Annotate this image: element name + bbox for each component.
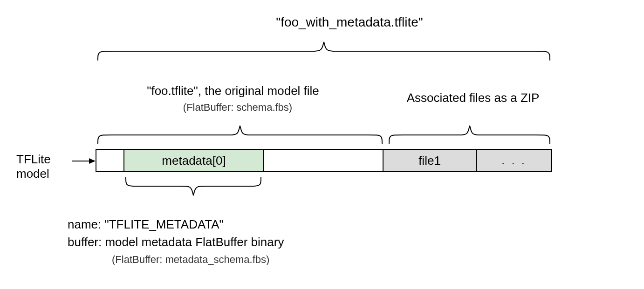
brace-section2 <box>387 121 552 148</box>
metadata-sub-line: (FlatBuffer: metadata_schema.fbs) <box>112 254 269 266</box>
top-title: "foo_with_metadata.tflite" <box>256 15 443 30</box>
section1-title: "foo.tflite", the original model file <box>126 84 340 98</box>
metadata-buffer-line: buffer: model metadata FlatBuffer binary <box>68 235 284 249</box>
brace-section1 <box>96 121 384 148</box>
cell-ellipsis: . . . <box>477 150 551 171</box>
tflite-model-label-line2: model <box>16 167 49 181</box>
metadata-name-line: name: "TFLITE_METADATA" <box>68 217 224 232</box>
svg-marker-1 <box>89 158 96 164</box>
section1-subtitle: (FlatBuffer: schema.fbs) <box>177 101 298 114</box>
tflite-model-label-line1: TFLite <box>16 152 51 166</box>
model-structure-row: metadata[0] file1 . . . <box>96 149 552 172</box>
cell-metadata: metadata[0] <box>124 150 264 171</box>
section2-title: Associated files as a ZIP <box>387 91 559 105</box>
brace-top-all <box>96 37 552 65</box>
cell-leading-gap <box>96 150 124 171</box>
arrow-right-icon <box>72 156 96 166</box>
brace-metadata-below <box>123 175 263 202</box>
cell-model-rest <box>264 150 384 171</box>
cell-file1: file1 <box>384 150 477 171</box>
tflite-model-label: TFLite model <box>16 152 51 181</box>
